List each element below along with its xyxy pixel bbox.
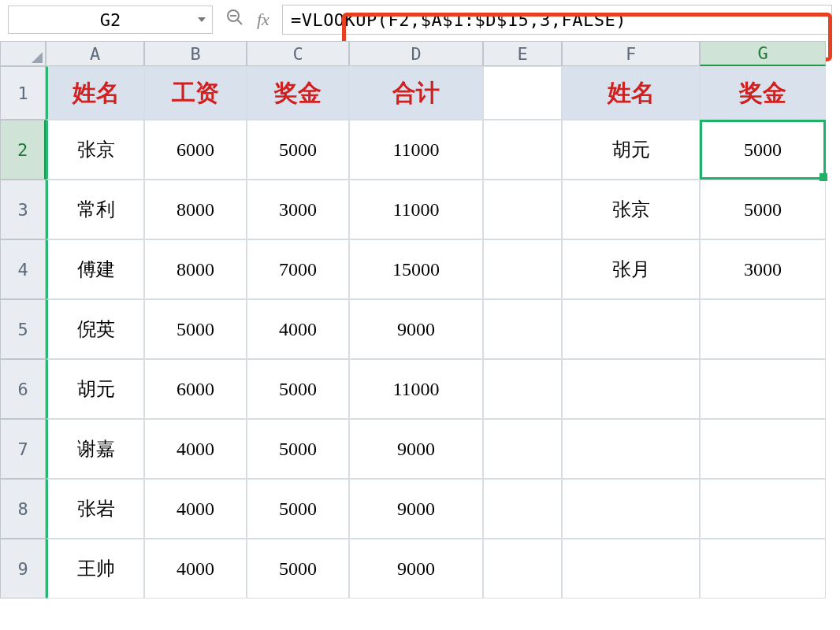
row-header-9[interactable]: 9 <box>0 539 46 598</box>
cell-G8[interactable] <box>700 479 826 539</box>
cell-D1[interactable]: 合计 <box>349 66 483 120</box>
cell-E4[interactable] <box>483 239 562 299</box>
cell-F2[interactable]: 胡元 <box>562 120 700 180</box>
col-header-D[interactable]: D <box>349 41 483 66</box>
cell-E9[interactable] <box>483 539 562 598</box>
cell-B7[interactable]: 4000 <box>144 419 247 479</box>
cell-D4[interactable]: 15000 <box>349 239 483 299</box>
cell-C6[interactable]: 5000 <box>247 359 349 419</box>
cell-E1[interactable] <box>483 66 562 120</box>
cell-B9[interactable]: 4000 <box>144 539 247 598</box>
cell-B2[interactable]: 6000 <box>144 120 247 180</box>
cell-A6[interactable]: 胡元 <box>46 359 144 419</box>
row-header-3[interactable]: 3 <box>0 180 46 239</box>
cell-C1[interactable]: 奖金 <box>247 66 349 120</box>
cell-F9[interactable] <box>562 539 700 598</box>
cell-G2[interactable]: 5000 <box>700 120 826 180</box>
cell-D2[interactable]: 11000 <box>349 120 483 180</box>
cell-B4[interactable]: 8000 <box>144 239 247 299</box>
row-header-8[interactable]: 8 <box>0 479 46 539</box>
cell-G6[interactable] <box>700 359 826 419</box>
chevron-down-icon[interactable] <box>198 17 206 22</box>
col-header-C[interactable]: C <box>247 41 349 66</box>
cell-F5[interactable] <box>562 299 700 359</box>
cell-G1[interactable]: 奖金 <box>700 66 826 120</box>
row-header-7[interactable]: 7 <box>0 419 46 479</box>
cell-A3[interactable]: 常利 <box>46 180 144 239</box>
cell-A7[interactable]: 谢嘉 <box>46 419 144 479</box>
cell-F8[interactable] <box>562 479 700 539</box>
svg-line-1 <box>237 20 242 24</box>
cell-G5[interactable] <box>700 299 826 359</box>
col-header-B[interactable]: B <box>144 41 247 66</box>
cell-E2[interactable] <box>483 120 562 180</box>
cell-C8[interactable]: 5000 <box>247 479 349 539</box>
cell-D3[interactable]: 11000 <box>349 180 483 239</box>
cell-A9[interactable]: 王帅 <box>46 539 144 598</box>
col-header-F[interactable]: F <box>562 41 700 66</box>
cell-C9[interactable]: 5000 <box>247 539 349 598</box>
cell-D8[interactable]: 9000 <box>349 479 483 539</box>
name-box-text: G2 <box>100 10 121 30</box>
col-header-G[interactable]: G <box>700 41 826 66</box>
cell-F3[interactable]: 张京 <box>562 180 700 239</box>
cell-B6[interactable]: 6000 <box>144 359 247 419</box>
cell-E6[interactable] <box>483 359 562 419</box>
cell-E8[interactable] <box>483 479 562 539</box>
cell-G9[interactable] <box>700 539 826 598</box>
cell-E7[interactable] <box>483 419 562 479</box>
row-header-4[interactable]: 4 <box>0 239 46 299</box>
cell-A4[interactable]: 傅建 <box>46 239 144 299</box>
formula-text: =VLOOKUP(F2,$A$1:$D$15,3,FALSE) <box>291 10 626 30</box>
cell-C7[interactable]: 5000 <box>247 419 349 479</box>
row-header-1[interactable]: 1 <box>0 66 46 120</box>
cell-A5[interactable]: 倪英 <box>46 299 144 359</box>
cell-F1[interactable]: 姓名 <box>562 66 700 120</box>
cell-D5[interactable]: 9000 <box>349 299 483 359</box>
row-header-6[interactable]: 6 <box>0 359 46 419</box>
cell-E3[interactable] <box>483 180 562 239</box>
col-header-E[interactable]: E <box>483 41 562 66</box>
cell-C3[interactable]: 3000 <box>247 180 349 239</box>
cell-A2[interactable]: 张京 <box>46 120 144 180</box>
cell-B5[interactable]: 5000 <box>144 299 247 359</box>
cell-C2[interactable]: 5000 <box>247 120 349 180</box>
cell-A8[interactable]: 张岩 <box>46 479 144 539</box>
cell-F6[interactable] <box>562 359 700 419</box>
cell-B3[interactable]: 8000 <box>144 180 247 239</box>
cell-G3[interactable]: 5000 <box>700 180 826 239</box>
row-header-5[interactable]: 5 <box>0 299 46 359</box>
formula-input[interactable]: =VLOOKUP(F2,$A$1:$D$15,3,FALSE) <box>282 5 832 35</box>
cell-D6[interactable]: 11000 <box>349 359 483 419</box>
spreadsheet-grid[interactable]: A B C D E F G 1 姓名 工资 奖金 合计 姓名 奖金 2 张京 6… <box>0 41 840 598</box>
cell-B8[interactable]: 4000 <box>144 479 247 539</box>
cell-G4[interactable]: 3000 <box>700 239 826 299</box>
row-header-2[interactable]: 2 <box>0 120 46 180</box>
cell-F7[interactable] <box>562 419 700 479</box>
formula-bar-area: G2 fx =VLOOKUP(F2,$A$1:$D$15,3,FALSE) <box>0 0 840 41</box>
cell-D9[interactable]: 9000 <box>349 539 483 598</box>
cell-C5[interactable]: 4000 <box>247 299 349 359</box>
cell-C4[interactable]: 7000 <box>247 239 349 299</box>
name-box[interactable]: G2 <box>8 6 213 34</box>
fx-icon[interactable]: fx <box>257 9 269 30</box>
cell-D7[interactable]: 9000 <box>349 419 483 479</box>
cell-B1[interactable]: 工资 <box>144 66 247 120</box>
zoom-out-icon[interactable] <box>225 8 244 32</box>
col-header-A[interactable]: A <box>46 41 144 66</box>
cell-F4[interactable]: 张月 <box>562 239 700 299</box>
cell-A1[interactable]: 姓名 <box>46 66 144 120</box>
cell-G7[interactable] <box>700 419 826 479</box>
cell-E5[interactable] <box>483 299 562 359</box>
select-all-corner[interactable] <box>0 41 46 66</box>
